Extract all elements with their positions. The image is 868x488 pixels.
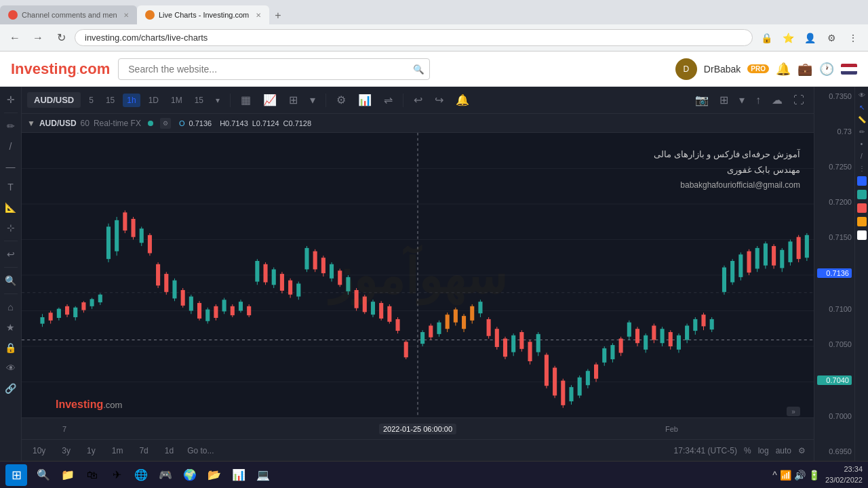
- url-bar[interactable]: [75, 29, 753, 46]
- star-tool[interactable]: ★: [2, 319, 20, 336]
- taskbar-search[interactable]: 🔍: [33, 464, 54, 486]
- color-green[interactable]: [857, 190, 867, 199]
- chart-canvas[interactable]: سهوآموز آموزش حرفه‌ای فارکس و بازارهای م…: [22, 133, 814, 418]
- timeframe-1M[interactable]: 1M: [167, 94, 186, 107]
- taskbar-folder[interactable]: 📂: [203, 464, 225, 486]
- investing-logo[interactable]: Investing.com: [11, 60, 110, 78]
- fullscreen-btn[interactable]: ⛶: [789, 92, 808, 108]
- color-blue[interactable]: [857, 176, 867, 186]
- percent-btn[interactable]: %: [744, 446, 751, 455]
- log-btn[interactable]: log: [758, 446, 769, 455]
- taskbar-files[interactable]: 📁: [57, 464, 79, 486]
- mini-eye-btn[interactable]: 👁: [856, 89, 867, 100]
- settings-btn[interactable]: ⚙: [332, 92, 350, 108]
- taskbar-telegram[interactable]: ✈: [106, 464, 127, 486]
- gann-tool[interactable]: ⊹: [2, 219, 20, 237]
- eye-tool[interactable]: 👁: [2, 359, 20, 377]
- sound-icon[interactable]: 🔊: [794, 470, 806, 481]
- timeframe-15[interactable]: 15: [102, 94, 119, 107]
- sys-up-icon[interactable]: ^: [772, 470, 777, 481]
- symbol-selector[interactable]: AUD/USD: [27, 92, 81, 108]
- forward-button[interactable]: →: [28, 28, 47, 47]
- search-button[interactable]: 🔍: [413, 64, 425, 74]
- battery-icon[interactable]: 🔋: [808, 470, 820, 481]
- search-input[interactable]: [118, 58, 430, 80]
- timeframe-15b[interactable]: 15: [191, 94, 208, 107]
- range-1d[interactable]: 1d: [162, 445, 176, 457]
- range-3y[interactable]: 3y: [59, 445, 73, 457]
- redo-btn[interactable]: ↪: [431, 92, 448, 108]
- profile-button[interactable]: 👤: [800, 28, 819, 47]
- color-red[interactable]: [857, 203, 867, 213]
- taskbar-time[interactable]: 23:34 23/02/2022: [825, 464, 863, 485]
- settings-gear[interactable]: ⚙: [798, 446, 806, 455]
- flag-icon[interactable]: [841, 64, 857, 75]
- taskbar-app1[interactable]: 📊: [228, 464, 250, 486]
- bookmark-button[interactable]: ⭐: [778, 28, 797, 47]
- bell-icon[interactable]: 🔔: [776, 62, 791, 77]
- ohlc-settings[interactable]: ⚙: [160, 118, 171, 129]
- alert-btn[interactable]: 🔔: [452, 92, 473, 108]
- mini-dot-btn[interactable]: •: [856, 138, 867, 149]
- range-10y[interactable]: 10y: [30, 445, 48, 457]
- chart-type-dropdown[interactable]: ▾: [306, 92, 319, 108]
- back-button[interactable]: ←: [5, 28, 24, 47]
- bar-chart-btn[interactable]: ▦: [237, 92, 255, 108]
- scroll-button[interactable]: »: [787, 407, 800, 416]
- tab-2[interactable]: Live Charts - Investing.com ✕: [137, 5, 269, 24]
- timeframe-dropdown[interactable]: ▾: [212, 94, 224, 107]
- taskbar-store[interactable]: 🛍: [81, 464, 103, 486]
- range-1m[interactable]: 1m: [109, 445, 126, 457]
- mini-more-btn[interactable]: ⋮: [856, 163, 867, 174]
- save-btn[interactable]: ☁: [768, 92, 787, 108]
- layout-dropdown[interactable]: ▾: [735, 92, 749, 108]
- horizontal-tool[interactable]: —: [2, 158, 20, 176]
- clock-icon[interactable]: 🕐: [819, 62, 834, 77]
- network-icon[interactable]: 📶: [780, 470, 791, 481]
- collapse-icon[interactable]: ▼: [27, 119, 35, 128]
- mini-ruler-btn[interactable]: 📏: [856, 114, 867, 125]
- crosshair-tool[interactable]: ✛: [2, 91, 20, 108]
- area-chart-btn[interactable]: ⊞: [285, 92, 302, 108]
- mini-line-btn[interactable]: /: [856, 150, 867, 161]
- mini-pencil-btn[interactable]: ✏: [856, 126, 867, 137]
- timeframe-1h[interactable]: 1h: [123, 94, 140, 107]
- indicators-btn[interactable]: 📊: [354, 92, 376, 108]
- undo-tool[interactable]: ↩: [2, 245, 20, 263]
- draw-tool[interactable]: ✏: [2, 117, 20, 135]
- mini-cursor-btn[interactable]: ↖: [856, 102, 867, 113]
- taskbar-game[interactable]: 🎮: [155, 464, 176, 486]
- house-tool[interactable]: ⌂: [2, 298, 20, 316]
- trendline-tool[interactable]: /: [2, 138, 20, 155]
- extensions-button[interactable]: 🔒: [757, 28, 776, 47]
- goto-button[interactable]: Go to...: [187, 446, 214, 455]
- start-button[interactable]: ⊞: [5, 464, 27, 486]
- briefcase-icon[interactable]: 💼: [797, 62, 812, 77]
- publish-btn[interactable]: ↑: [751, 92, 765, 108]
- measure-tool[interactable]: 📐: [2, 199, 20, 216]
- taskbar-browser2[interactable]: 🌍: [179, 464, 201, 486]
- timeframe-1D[interactable]: 1D: [144, 94, 163, 107]
- undo-btn[interactable]: ↩: [410, 92, 427, 108]
- taskbar-chrome[interactable]: 🌐: [130, 464, 152, 486]
- zoom-tool[interactable]: 🔍: [2, 272, 20, 289]
- screenshot-btn[interactable]: 📷: [691, 92, 713, 108]
- lock-tool[interactable]: 🔒: [2, 339, 20, 357]
- range-1y[interactable]: 1y: [84, 445, 98, 457]
- range-7d[interactable]: 7d: [136, 445, 151, 457]
- share-tool[interactable]: 🔗: [2, 380, 20, 397]
- taskbar-app2[interactable]: 💻: [252, 464, 274, 486]
- settings-button[interactable]: ⚙: [822, 28, 841, 47]
- tab-close-2[interactable]: ✕: [256, 12, 261, 19]
- color-white[interactable]: [857, 230, 867, 240]
- more-button[interactable]: ⋮: [844, 28, 863, 47]
- reload-button[interactable]: ↻: [52, 28, 71, 47]
- new-tab-button[interactable]: +: [269, 7, 286, 24]
- compare-btn[interactable]: ⇌: [380, 92, 397, 108]
- text-tool[interactable]: T: [2, 178, 20, 196]
- line-chart-btn[interactable]: 📈: [259, 92, 281, 108]
- auto-btn[interactable]: auto: [776, 446, 791, 455]
- layout-btn[interactable]: ⊞: [715, 92, 732, 108]
- tab-close-1[interactable]: ✕: [123, 12, 129, 19]
- color-orange[interactable]: [857, 217, 867, 226]
